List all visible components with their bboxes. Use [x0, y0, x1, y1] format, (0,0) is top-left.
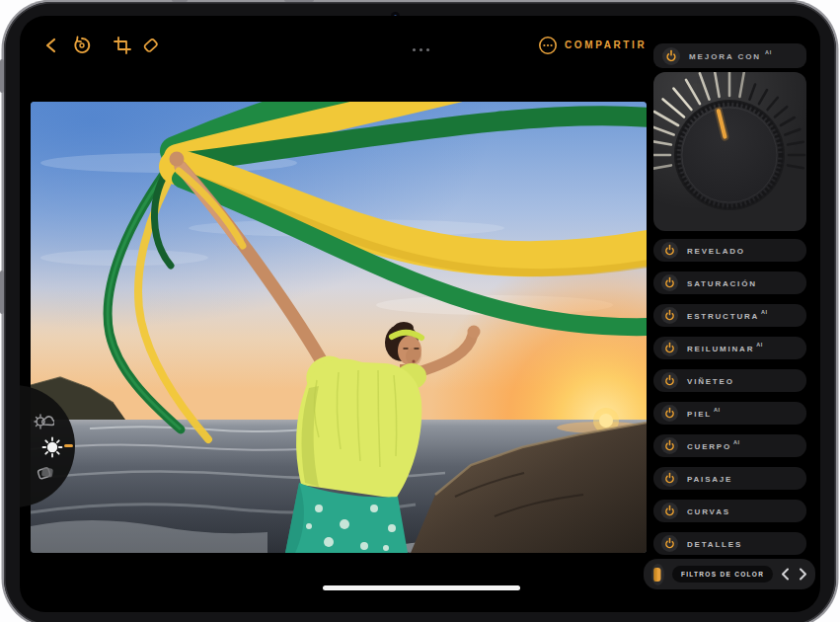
dial-knob[interactable] [674, 100, 785, 210]
power-toggle-icon[interactable] [661, 535, 678, 552]
power-toggle-icon[interactable] [661, 340, 678, 356]
adjustment-row[interactable]: SATURACIÓN [653, 272, 806, 294]
side-button-lower [0, 271, 4, 314]
adjustment-row[interactable]: PAISAJE [653, 467, 806, 490]
adjustment-sup: AI [754, 342, 763, 348]
adjustment-label: ESTRUCTURA [687, 312, 759, 321]
adjustment-row[interactable]: CURVAS [653, 500, 806, 522]
power-toggle-icon[interactable] [661, 437, 678, 454]
filters-label-pill[interactable]: FILTROS DE COLOR [672, 566, 773, 583]
home-indicator[interactable] [323, 585, 520, 590]
adjustment-sup: AI [712, 407, 721, 413]
power-toggle-icon[interactable] [661, 274, 678, 291]
auto-enhance-icon[interactable] [32, 411, 55, 434]
adjustment-row[interactable]: REILUMINAR AI [653, 337, 806, 359]
chevron-right-icon[interactable] [799, 566, 807, 583]
top-button [172, 0, 188, 2]
power-toggle-icon[interactable] [661, 470, 678, 487]
adjustment-label: SATURACIÓN [687, 279, 757, 288]
adjustment-sup: AI [731, 439, 740, 445]
adjustment-label: VIÑETEO [687, 377, 734, 386]
adjustment-label: PAISAJE [687, 475, 732, 484]
back-icon[interactable] [40, 35, 62, 56]
adjustment-label: DETALLES [687, 540, 742, 549]
power-toggle-icon[interactable] [661, 307, 678, 324]
ipad-device-frame: COMPARTIR [4, 2, 836, 622]
more-ellipsis-icon[interactable] [537, 35, 559, 56]
enhance-title: MEJORA CON AI [689, 50, 772, 61]
adjustment-row[interactable]: VIÑETEO [653, 369, 806, 392]
crop-icon[interactable] [112, 35, 133, 56]
enhance-panel-header[interactable]: MEJORA CON AI [653, 43, 806, 68]
power-toggle-icon[interactable] [661, 372, 678, 389]
adjustment-label: CURVAS [687, 507, 730, 516]
chevron-left-icon[interactable] [781, 566, 790, 583]
power-toggle-icon[interactable] [661, 503, 678, 519]
color-filters-bar: FILTROS DE COLOR [644, 559, 815, 589]
power-toggle-icon[interactable] [662, 47, 680, 65]
power-toggle-icon[interactable] [661, 242, 678, 259]
side-button-upper [0, 59, 4, 93]
eraser-icon[interactable] [139, 35, 161, 56]
adjustment-row[interactable]: REVELADO [653, 239, 806, 262]
adjustment-row[interactable]: DETALLES [653, 532, 806, 555]
adjustment-label: REILUMINAR [687, 345, 754, 353]
photo-illustration [31, 102, 647, 553]
adjustment-label: CUERPO [687, 442, 731, 451]
undo-icon[interactable] [71, 35, 93, 56]
adjustment-label: REVELADO [687, 247, 745, 256]
adjustment-label: PIEL [687, 410, 712, 419]
color-filter-icon[interactable] [651, 564, 664, 585]
adjustment-row[interactable]: CUERPO AI [653, 434, 806, 457]
brightness-icon[interactable] [40, 435, 64, 459]
active-tool-indicator [64, 444, 73, 447]
adjustment-row[interactable]: ESTRUCTURA AI [653, 304, 806, 327]
power-toggle-icon[interactable] [661, 405, 678, 422]
app-screen: COMPARTIR [20, 16, 820, 612]
photo-canvas[interactable] [31, 102, 647, 553]
enhance-dial-panel[interactable] [653, 72, 806, 231]
screenshot-root: COMPARTIR [0, 0, 840, 622]
color-filters-icon[interactable] [34, 461, 57, 485]
adjustment-row[interactable]: PIEL AI [653, 402, 806, 425]
volume-button-top [284, 0, 314, 2]
multitask-dots-icon[interactable] [413, 48, 429, 51]
adjustment-sup: AI [759, 309, 768, 315]
share-button[interactable]: COMPARTIR [565, 39, 647, 50]
